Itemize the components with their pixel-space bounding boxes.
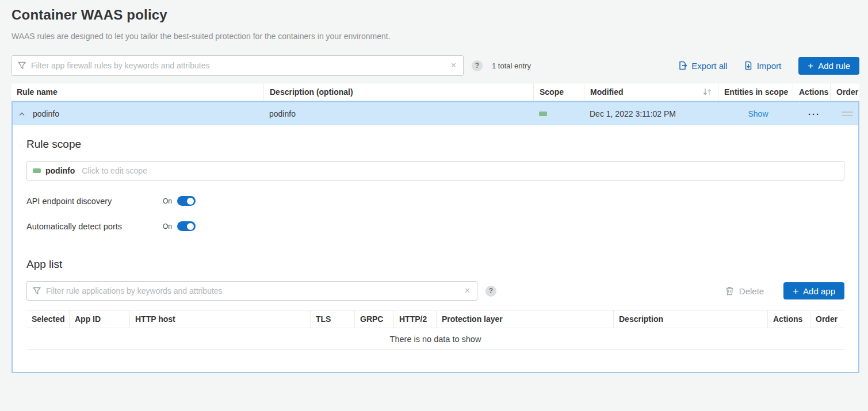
clear-filter-icon[interactable]: ×	[450, 61, 457, 70]
header-actions: Actions	[793, 83, 830, 101]
scope-placeholder: Click to edit scope	[82, 166, 147, 175]
cell-order	[830, 102, 858, 125]
import-button[interactable]: Import	[744, 61, 782, 71]
sort-icon[interactable]	[702, 88, 712, 96]
header-protection-layer: Protection layer	[436, 310, 613, 328]
header-modified: Modified	[584, 83, 718, 101]
cell-actions: ···	[793, 102, 830, 125]
header-description: Description (optional)	[263, 83, 533, 101]
scope-value: podinfo	[45, 166, 75, 175]
header-grpc: GRPC	[354, 310, 393, 328]
scope-collection-icon	[33, 168, 41, 173]
app-table: Selected App ID HTTP host TLS GRPC HTTP/…	[26, 310, 844, 350]
table-row[interactable]: podinfo podinfo Dec 1, 2022 3:11:02 PM S…	[13, 102, 858, 125]
header-tls: TLS	[310, 310, 354, 328]
delete-label: Delete	[739, 286, 764, 296]
import-icon	[744, 61, 753, 70]
rule-expanded-panel: Rule scope podinfo Click to edit scope A…	[13, 125, 858, 372]
total-entry-count: 1 total entry	[492, 62, 531, 70]
header-entities-in-scope: Entities in scope	[718, 83, 793, 101]
add-rule-button[interactable]: + Add rule	[798, 57, 859, 75]
api-endpoint-discovery-row: API endpoint discovery On	[26, 196, 844, 206]
app-filter-input[interactable]	[46, 286, 464, 295]
app-list-toolbar: × ? Delete + Add app	[26, 281, 844, 301]
cell-rule-name: podinfo	[13, 102, 263, 125]
help-icon[interactable]: ?	[472, 60, 483, 71]
export-all-button[interactable]: Export all	[678, 61, 728, 71]
import-label: Import	[757, 61, 782, 71]
app-list-heading: App list	[26, 245, 844, 271]
add-app-button[interactable]: + Add app	[783, 282, 844, 299]
add-rule-label: Add rule	[818, 61, 850, 71]
api-endpoint-discovery-label: API endpoint discovery	[26, 197, 163, 206]
auto-detect-ports-toggle[interactable]	[177, 221, 196, 231]
delete-app-button[interactable]: Delete	[725, 286, 764, 296]
actions-menu-icon[interactable]: ···	[808, 109, 820, 119]
help-icon[interactable]: ?	[485, 286, 496, 297]
page-title: Container WAAS policy	[0, 0, 868, 23]
cell-modified: Dec 1, 2022 3:11:02 PM	[584, 102, 718, 125]
rule-scope-heading: Rule scope	[26, 125, 844, 151]
header-rule-name: Rule name	[12, 83, 263, 101]
header-app-description: Description	[613, 310, 767, 328]
plus-icon: +	[793, 286, 798, 296]
cell-entities-in-scope: Show	[718, 102, 793, 125]
header-scope: Scope	[533, 83, 584, 101]
scope-collection-icon	[539, 112, 547, 116]
page-subtitle: WAAS rules are designed to let you tailo…	[0, 23, 868, 41]
auto-detect-ports-row: Automatically detect ports On	[26, 221, 844, 231]
header-app-order: Order	[810, 310, 844, 328]
header-http-host: HTTP host	[129, 310, 310, 328]
drag-handle-icon[interactable]	[842, 112, 853, 116]
rules-toolbar: × ? 1 total entry Export all Import + Ad…	[12, 55, 859, 76]
clear-filter-icon[interactable]: ×	[464, 286, 471, 295]
plus-icon: +	[808, 61, 813, 71]
empty-table-message: There is no data to show	[26, 328, 844, 350]
auto-detect-ports-label: Automatically detect ports	[26, 222, 163, 231]
header-order: Order	[830, 83, 859, 101]
show-entities-link[interactable]: Show	[748, 109, 768, 118]
header-http2: HTTP/2	[393, 310, 436, 328]
api-endpoint-discovery-state: On	[163, 197, 172, 205]
header-app-id: App ID	[69, 310, 129, 328]
header-app-actions: Actions	[767, 310, 810, 328]
rules-filter-input[interactable]	[31, 61, 450, 70]
rules-filter-box[interactable]: ×	[12, 55, 464, 76]
toolbar-actions: Export all Import + Add rule	[678, 57, 859, 75]
filter-funnel-icon	[33, 287, 41, 295]
rule-group-podinfo: podinfo podinfo Dec 1, 2022 3:11:02 PM S…	[12, 101, 859, 373]
trash-icon	[725, 286, 734, 295]
rules-table: Rule name Description (optional) Scope M…	[12, 83, 859, 373]
scope-edit-field[interactable]: podinfo Click to edit scope	[26, 161, 844, 180]
add-app-label: Add app	[803, 286, 835, 296]
app-table-header: Selected App ID HTTP host TLS GRPC HTTP/…	[26, 310, 844, 328]
cell-description: podinfo	[263, 102, 533, 125]
cell-scope	[533, 102, 584, 125]
container-waas-policy-page: Container WAAS policy WAAS rules are des…	[0, 0, 868, 373]
export-all-label: Export all	[691, 61, 728, 71]
rules-table-header: Rule name Description (optional) Scope M…	[12, 83, 859, 101]
export-icon	[678, 61, 687, 70]
api-endpoint-discovery-toggle[interactable]	[177, 196, 196, 206]
auto-detect-ports-state: On	[163, 222, 172, 231]
app-filter-box[interactable]: ×	[26, 281, 477, 301]
collapse-chevron-icon[interactable]	[19, 112, 25, 116]
filter-funnel-icon	[18, 62, 26, 70]
header-selected: Selected	[26, 310, 69, 328]
